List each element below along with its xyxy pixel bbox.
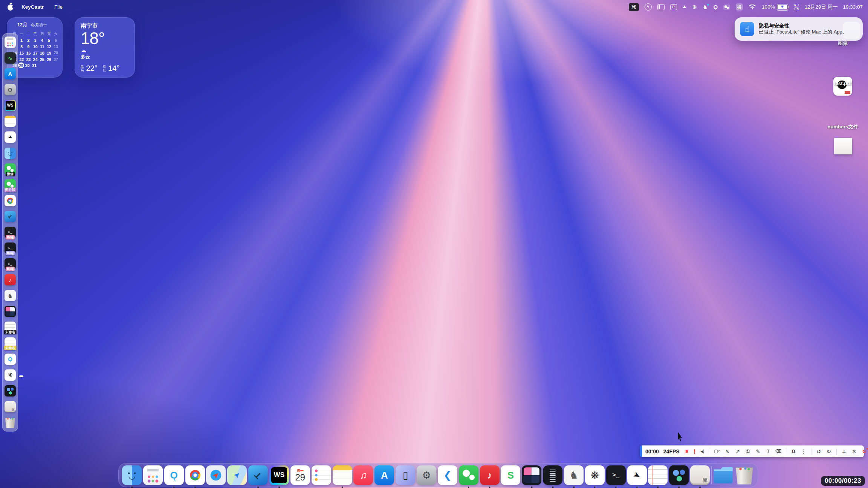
terminal-window-3[interactable]: >_终端 [5, 258, 16, 270]
power-circle-menu-icon[interactable]: ϟ [645, 3, 652, 11]
pencil-tool[interactable]: ✎ [755, 447, 761, 456]
panel-app[interactable] [5, 37, 16, 48]
trash[interactable] [5, 417, 16, 428]
chat-bubble-app[interactable]: Ǫ [5, 354, 16, 365]
dock-quadrant-app[interactable] [522, 465, 541, 485]
dock-textedit[interactable] [648, 465, 668, 485]
menubar-app-name[interactable]: KeyCastr [21, 4, 44, 10]
stop-button[interactable]: ■ [684, 447, 690, 456]
dock-blobs-app[interactable] [669, 465, 689, 485]
dock-music[interactable]: ♫ [353, 465, 373, 485]
restart-button[interactable]: ↻ [862, 447, 867, 456]
clashx-app[interactable]: ♞ [5, 290, 16, 301]
recording-fps[interactable]: 24FPS [663, 448, 680, 454]
arrow-tool[interactable]: ↗ [735, 447, 741, 456]
terminal-window-2[interactable]: >_终端 [5, 242, 16, 254]
menubar-date[interactable]: 12月29日 周一 [805, 4, 838, 11]
numbers-file-icon[interactable] [834, 138, 852, 154]
display-sidebar-menu-icon[interactable] [657, 4, 665, 10]
chatgpt-menu-icon[interactable]: ❋ [692, 4, 697, 10]
wifi-menu-icon[interactable] [749, 5, 756, 9]
dock-maps[interactable]: ➤ [227, 465, 247, 485]
netease-music-app[interactable]: ♪ [5, 274, 16, 285]
dock-iphone-mirroring[interactable]: ▯ [396, 465, 415, 485]
chatgpt-app[interactable]: ❋ [5, 369, 16, 381]
counter-tool[interactable]: ① [745, 447, 751, 456]
highlight-tool[interactable]: Ω [791, 447, 796, 456]
clashx-menu-icon[interactable]: ♞ [703, 4, 708, 10]
dock-safari[interactable]: ➤ [206, 465, 226, 485]
dock-hammer-app[interactable]: T [248, 465, 268, 485]
dock-reminders[interactable] [312, 465, 331, 485]
redo-button[interactable]: ↻ [826, 447, 832, 456]
keycastr-app[interactable]: ⌘ [5, 401, 16, 412]
quadrant-app[interactable] [5, 306, 16, 317]
apple-menu-icon[interactable] [8, 5, 13, 11]
popclip-menu-icon[interactable]: P [670, 4, 677, 10]
hummingbird-app[interactable]: ➤ [5, 131, 16, 143]
shapes-tool[interactable]: ▢○ [715, 447, 720, 456]
dock-chatgpt[interactable]: ❋ [585, 465, 605, 485]
dock-calendar[interactable]: 周一29 [290, 465, 310, 485]
chat-bubble-menu-icon[interactable]: Ǫ [713, 4, 718, 10]
webstorm-app[interactable]: WS [5, 100, 16, 111]
wechat-menu-icon[interactable] [723, 5, 730, 10]
user-toggles-menu-icon[interactable] [794, 4, 799, 10]
untitled-document-1[interactable]: 未命名 [5, 322, 16, 333]
dock-meter-app[interactable] [543, 465, 562, 485]
freehand-tool[interactable]: ∿ [725, 447, 730, 456]
dock-clashx[interactable]: ♞ [564, 465, 584, 485]
untitled-document-2[interactable]: 未命名 [5, 337, 16, 349]
privacy-notification[interactable]: ☝ 隐私与安全性 已阻止 “FocusLite” 修改 Mac 上的 App。 [735, 17, 863, 41]
dock-terminal[interactable]: >_ [606, 465, 626, 485]
pinyin-input-menu-icon[interactable]: 拼 [736, 3, 743, 11]
keycastr-menu-icon[interactable]: ⌘ [629, 3, 639, 11]
pause-button[interactable]: ‖ [694, 449, 695, 454]
dock-system-settings[interactable]: ⚙ [417, 465, 436, 485]
dock-panel-app[interactable] [143, 465, 163, 485]
test-pdf-icon[interactable] [833, 77, 852, 96]
hummingbird-menu-icon[interactable]: ➤ [682, 4, 687, 10]
dock-chat-bubble-app[interactable]: Ǫ [164, 465, 184, 485]
weather-widget[interactable]: 南宁市 18° ☁ 多云 最高 22° 最低 14° [75, 17, 135, 78]
move-button[interactable] [841, 447, 847, 456]
calendar-today: 29 [18, 63, 24, 69]
finder-app[interactable]: ◡ [5, 148, 16, 159]
calendar-day: 6 [52, 37, 59, 44]
chrome-app[interactable] [5, 195, 16, 206]
numbers-file-label[interactable]: numbers文件 [818, 124, 867, 130]
dock-keycastr[interactable]: ⌘ [690, 465, 710, 485]
activity-monitor-app[interactable]: ∿ [5, 52, 16, 64]
close-button[interactable]: ✕ [851, 447, 857, 456]
dock-chrome[interactable] [185, 465, 205, 485]
audio-button[interactable]: ◀) [700, 447, 705, 456]
dock-notes[interactable] [333, 465, 352, 485]
dock-vscode[interactable]: ❮ [438, 465, 457, 485]
menubar-menu-file[interactable]: File [54, 4, 63, 10]
stickies-app[interactable] [5, 116, 16, 127]
dock-app-store[interactable]: A [374, 465, 394, 485]
undo-button[interactable]: ↺ [816, 447, 822, 456]
wechat-app[interactable]: 微信 [5, 163, 16, 175]
hammer-app[interactable]: T [5, 211, 16, 222]
app-store-app[interactable]: A [5, 68, 16, 79]
menubar-clock[interactable]: 19:33:07 [843, 4, 863, 10]
dock-trash[interactable] [735, 465, 754, 485]
battery-menu-icon[interactable]: 100%ϟ [762, 4, 788, 11]
eraser-tool[interactable]: ⌫ [776, 447, 781, 456]
dock-webstorm[interactable]: WS [269, 465, 289, 485]
dock-finder[interactable]: ◡ [122, 465, 142, 485]
dock-hummingbird[interactable]: ➤ [627, 465, 647, 485]
dock-downloads-folder[interactable] [714, 465, 733, 485]
image-file-label[interactable]: 图像 [818, 40, 867, 47]
more-tool[interactable]: ⋮ [801, 447, 807, 456]
system-settings-app[interactable]: ⚙ [5, 84, 16, 95]
text-tool[interactable]: T [766, 447, 771, 456]
dock-netease-music[interactable]: ♪ [480, 465, 500, 485]
test-pdf-label[interactable]: test.pdf [818, 81, 867, 86]
terminal-window-1[interactable]: >_终端 [5, 227, 16, 238]
blobs-app[interactable] [5, 385, 16, 396]
wechat-images-window[interactable]: 图片和 [5, 179, 16, 191]
dock-surge[interactable]: S [501, 465, 520, 485]
dock-wechat[interactable] [459, 465, 478, 485]
